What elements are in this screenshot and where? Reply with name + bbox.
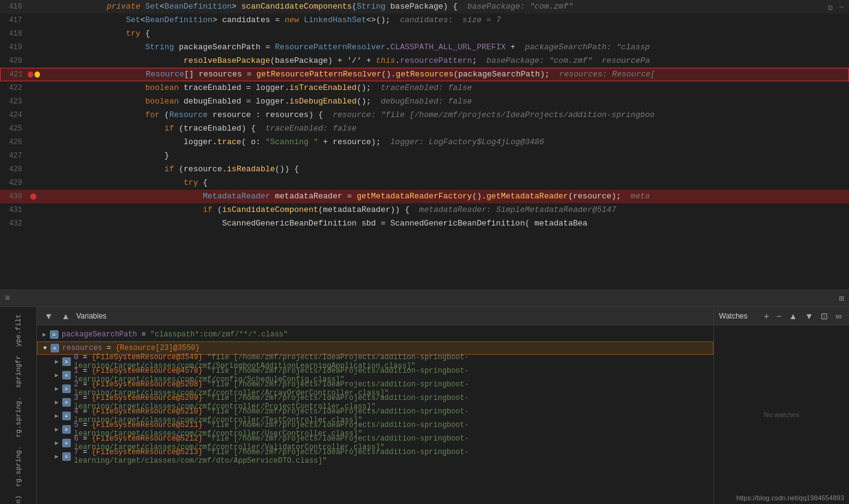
sidebar-item-5: tation): [14, 493, 23, 504]
var-name-packagesearchpath: packageSearchPath = "classpath*:com/zmf/…: [62, 330, 288, 339]
infinity-btn[interactable]: ∞: [833, 310, 844, 322]
variables-toolbar: ▼ ▲ Variables: [37, 307, 713, 325]
watches-toolbar: Watches + − ▲ ▼ ⊡ ∞: [714, 307, 849, 325]
var-icon-resource-3: ≡: [62, 397, 71, 407]
line-num-430: 430: [2, 192, 27, 201]
watches-icons: + − ▲ ▼ ⊡ ∞: [762, 310, 844, 322]
line-num-422: 422: [2, 84, 27, 92]
main-container: 416 private Set<BeanDefinition> scanCand…: [0, 0, 849, 504]
line-num-416: 416: [2, 2, 27, 11]
list-icon: ≡: [5, 293, 10, 303]
sidebar-item-2: springfr: [14, 353, 23, 391]
var-icon-resource-4: ≡: [62, 411, 71, 421]
var-icon-resource-2: ≡: [62, 384, 71, 394]
expand-arrow-resource-0: ▶: [52, 358, 62, 365]
line-num-432: 432: [2, 219, 27, 228]
gutter-421: [28, 71, 40, 78]
line-num-426: 426: [2, 138, 27, 147]
watermark: https://blog.csdn.net/qq1984654893: [736, 494, 844, 502]
var-icon-resource-7: ≡: [62, 452, 71, 461]
watches-panel: Watches + − ▲ ▼ ⊡ ∞ No watches: [713, 307, 849, 504]
remove-watch-btn[interactable]: −: [774, 310, 784, 322]
breakpoint-430: [30, 193, 36, 200]
line-num-425: 425: [2, 124, 27, 133]
expand-arrow-resource-2: ▶: [52, 385, 62, 392]
line-num-423: 423: [2, 97, 27, 106]
breakpoint-421: [28, 71, 33, 78]
minus-icon[interactable]: −: [839, 2, 844, 13]
add-watch-btn[interactable]: +: [762, 310, 771, 322]
line-num-429: 429: [2, 179, 27, 187]
left-sidebar: ype.filt springfr rg.spring. rg.spring. …: [0, 307, 37, 504]
expand-arrow-packagesearchpath: ▶: [39, 331, 49, 338]
collapse-all-btn[interactable]: ▼: [42, 310, 55, 322]
bottom-panel: ype.filt springfr rg.spring. rg.spring. …: [0, 307, 849, 504]
line-num-419: 419: [2, 43, 27, 52]
variables-panel: ▼ ▲ Variables ▶ ≡ packageSearchPath = "c…: [37, 307, 713, 504]
line-num-428: 428: [2, 165, 27, 174]
sidebar-item-4: rg.spring.: [14, 444, 23, 489]
line-num-431: 431: [2, 206, 27, 214]
settings-btn[interactable]: ▲: [59, 310, 73, 322]
gear-icon[interactable]: ⚙: [827, 2, 832, 13]
variables-title: Variables: [76, 312, 107, 320]
move-down-btn[interactable]: ▼: [802, 310, 816, 322]
line-content-432: ScannedGenericBeanDefinition sbd = Scann…: [39, 203, 849, 244]
line-num-427: 427: [2, 152, 27, 160]
expand-arrow-resource-7: ▶: [52, 453, 62, 460]
watermark-url: https://blog.csdn.net/qq1984654893: [736, 494, 844, 502]
expand-arrow-resource-3: ▶: [52, 399, 62, 406]
copy-btn[interactable]: ⊡: [818, 310, 831, 322]
var-tree: ▶ ≡ packageSearchPath = "classpath*:com/…: [37, 325, 713, 466]
expand-arrow-resource-5: ▶: [52, 426, 62, 433]
code-lines: 416 private Set<BeanDefinition> scanCand…: [0, 0, 849, 230]
line-num-421: 421: [3, 70, 28, 79]
var-icon-resource-5: ≡: [62, 425, 71, 434]
divider-left-icons: ≡: [5, 293, 10, 303]
expand-arrow-resource-4: ▶: [52, 412, 62, 420]
code-line-432: 432 ScannedGenericBeanDefinition sbd = S…: [0, 217, 849, 230]
divider-bar: ≡ ⊞: [0, 290, 849, 307]
var-icon-resource-0: ≡: [62, 357, 71, 367]
var-icon-resource-1: ≡: [62, 370, 71, 380]
sidebar-item-1: ype.filt: [14, 312, 23, 349]
expand-arrow-resources: ▼: [40, 345, 50, 352]
line-num-420: 420: [2, 57, 27, 65]
var-row-packagesearchpath[interactable]: ▶ ≡ packageSearchPath = "classpath*:com/…: [37, 328, 713, 341]
expand-arrow-resource-6: ▶: [52, 439, 62, 447]
line-num-424: 424: [2, 111, 27, 120]
divider-right-icons: ⊞: [839, 293, 844, 304]
sidebar-item-3: rg.spring.: [14, 394, 23, 440]
code-editor: 416 private Set<BeanDefinition> scanCand…: [0, 0, 849, 290]
var-icon-packagesearchpath: ≡: [49, 330, 59, 339]
no-watches-text: No watches: [764, 411, 799, 418]
watches-content: No watches: [714, 325, 849, 504]
var-icon-resource-6: ≡: [62, 438, 71, 448]
line-num-417: 417: [2, 16, 27, 25]
gutter-430: [27, 193, 39, 200]
var-row-resource-7[interactable]: ▶ ≡ 7 = {FileSystemResource@5213} "file …: [37, 450, 713, 463]
watches-title: Watches: [719, 312, 747, 320]
var-name-resources: resources = {Resource[23]@3550}: [62, 344, 200, 352]
var-icon-resources: ≡: [50, 343, 60, 353]
var-val-resource-7: 7 = {FileSystemResource@5213} "file [/ho…: [74, 448, 713, 465]
code-area-toolbar: ⚙ −: [827, 2, 844, 13]
expand-arrow-resource-1: ▶: [52, 372, 62, 379]
grid-icon: ⊞: [839, 293, 844, 304]
move-up-btn[interactable]: ▲: [786, 310, 800, 322]
line-num-418: 418: [2, 30, 27, 38]
